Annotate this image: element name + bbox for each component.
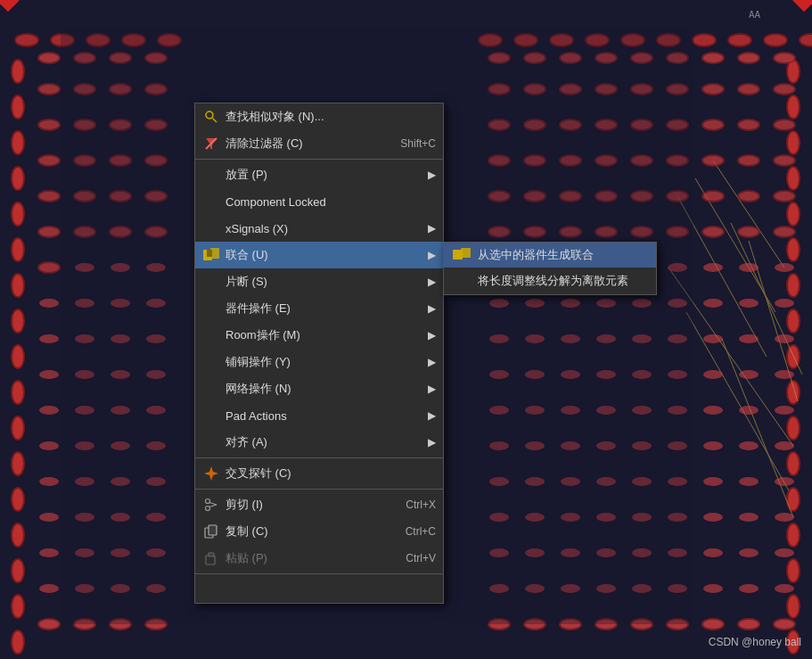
copper-ops-item[interactable]: 铺铜操作 (Y) ▶ [195, 349, 443, 375]
svg-point-375 [703, 441, 723, 450]
align-item[interactable]: 对齐 (A) ▶ [195, 429, 443, 456]
svg-point-427 [703, 584, 723, 593]
svg-point-216 [703, 120, 723, 129]
svg-point-378 [39, 477, 59, 486]
decompose-union-item[interactable]: 将长度调整线分解为离散元素 [444, 268, 656, 294]
svg-point-277 [39, 227, 59, 236]
svg-point-336 [703, 334, 723, 343]
svg-point-391 [39, 513, 59, 522]
svg-point-298 [775, 227, 794, 236]
separator-2 [195, 457, 443, 458]
fragment-item[interactable]: 片断 (S) ▶ [195, 268, 443, 295]
svg-point-77 [788, 132, 799, 153]
svg-point-194 [775, 85, 794, 94]
clear-filter-label: 清除过滤器 (C) [226, 136, 382, 152]
svg-line-444 [209, 505, 217, 507]
find-similar-item[interactable]: 查找相似对象 (N)... [195, 103, 443, 130]
xsignals-label: xSignals (X) [226, 222, 419, 235]
applicable-rules-icon [202, 581, 220, 598]
search-icon [202, 108, 220, 126]
svg-point-429 [775, 584, 794, 593]
copper-ops-icon [202, 353, 220, 371]
room-ops-icon [202, 326, 220, 344]
component-ops-arrow: ▶ [428, 302, 436, 315]
svg-point-311 [739, 263, 759, 272]
svg-point-79 [788, 168, 799, 189]
svg-point-349 [703, 370, 723, 379]
network-ops-icon [202, 380, 220, 398]
svg-point-99 [788, 524, 799, 546]
svg-point-39 [12, 61, 23, 82]
clear-filter-shortcut: Shift+C [400, 137, 436, 150]
svg-point-362 [703, 406, 723, 415]
copper-ops-arrow: ▶ [428, 356, 436, 368]
cross-probe-item[interactable]: 交叉探针 (C) [195, 460, 443, 487]
svg-point-218 [739, 120, 759, 129]
svg-point-401 [703, 513, 723, 522]
union-icon [202, 246, 220, 264]
union-item[interactable]: 联合 (U) ▶ 从选中的器件生成联合 将长度调整线分解为离散元素 [195, 242, 443, 268]
xsignals-icon [202, 219, 220, 237]
room-ops-arrow: ▶ [428, 329, 436, 342]
svg-point-190 [703, 85, 723, 94]
svg-point-389 [739, 477, 759, 486]
applicable-rules-item[interactable] [195, 576, 443, 603]
fragment-arrow: ▶ [428, 276, 436, 288]
place-arrow: ▶ [428, 169, 436, 181]
svg-point-127 [703, 54, 723, 62]
svg-point-87 [788, 310, 799, 332]
copper-ops-label: 铺铜操作 (Y) [226, 354, 419, 370]
svg-point-49 [12, 239, 23, 260]
pad-actions-item[interactable]: Pad Actions ▶ [195, 402, 443, 429]
pad-actions-arrow: ▶ [428, 409, 436, 422]
crossprobe-icon [202, 465, 220, 482]
svg-point-325 [775, 299, 794, 308]
svg-point-441 [206, 499, 210, 504]
svg-point-63 [12, 489, 23, 510]
create-union-icon [453, 248, 471, 262]
svg-point-350 [739, 370, 759, 379]
component-locked-icon [202, 193, 220, 210]
svg-point-103 [788, 596, 799, 617]
align-arrow: ▶ [428, 436, 436, 449]
place-item[interactable]: 放置 (P) ▶ [195, 161, 443, 188]
decompose-icon [453, 272, 471, 290]
component-locked-item[interactable]: Component Locked [195, 188, 443, 215]
svg-point-324 [739, 299, 759, 308]
pad-actions-label: Pad Actions [226, 409, 419, 423]
svg-point-43 [12, 132, 23, 153]
network-ops-item[interactable]: 网络操作 (N) ▶ [195, 375, 443, 402]
svg-point-57 [12, 382, 23, 403]
svg-point-337 [739, 334, 759, 343]
scissors-icon [202, 496, 220, 514]
svg-point-312 [775, 263, 794, 272]
paste-item[interactable]: 粘贴 (P) Ctrl+V [195, 545, 443, 572]
clear-filter-item[interactable]: 清除过滤器 (C) Shift+C [195, 130, 443, 157]
svg-point-338 [775, 334, 794, 343]
component-ops-item[interactable]: 器件操作 (E) ▶ [195, 295, 443, 322]
copy-label: 复制 (C) [226, 523, 388, 540]
decompose-label: 将长度调整线分解为离散元素 [478, 273, 647, 289]
cut-label: 剪切 (I) [226, 497, 388, 513]
copy-shortcut: Ctrl+C [406, 525, 436, 538]
copy-icon [202, 523, 220, 540]
svg-point-260 [703, 192, 723, 201]
component-locked-label: Component Locked [226, 195, 436, 209]
svg-point-192 [739, 85, 759, 94]
svg-point-73 [788, 61, 799, 82]
svg-point-93 [788, 417, 799, 439]
svg-point-196 [39, 120, 59, 129]
svg-point-129 [739, 54, 759, 62]
xsignals-arrow: ▶ [428, 222, 436, 235]
xsignals-item[interactable]: xSignals (X) ▶ [195, 215, 443, 242]
svg-rect-439 [461, 248, 471, 258]
room-ops-item[interactable]: Room操作 (M) ▶ [195, 322, 443, 349]
separator-3 [195, 489, 443, 490]
create-union-item[interactable]: 从选中的器件生成联合 [444, 243, 656, 268]
svg-point-364 [775, 406, 794, 415]
svg-point-377 [775, 441, 794, 450]
cut-item[interactable]: 剪切 (I) Ctrl+X [195, 491, 443, 518]
svg-point-47 [12, 203, 23, 225]
svg-text:AA: AA [749, 9, 761, 21]
copy-item[interactable]: 复制 (C) Ctrl+C [195, 518, 443, 545]
